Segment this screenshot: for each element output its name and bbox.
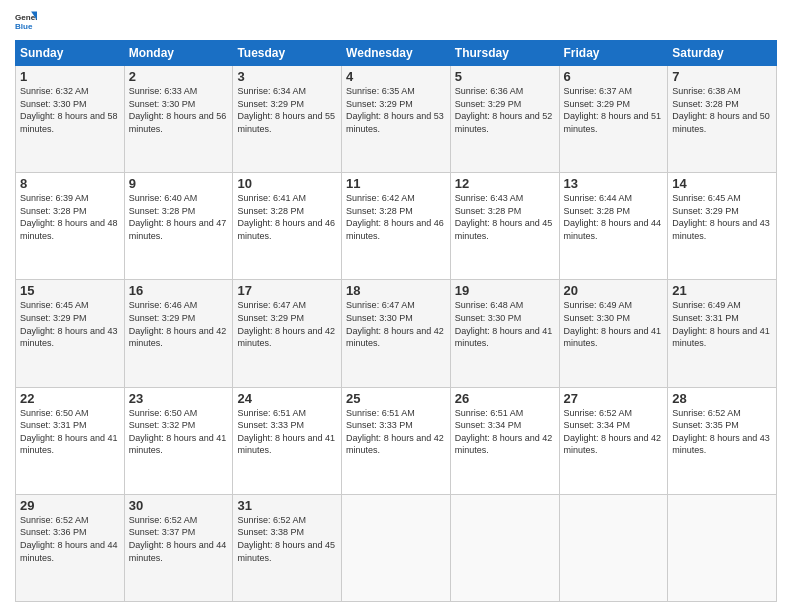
day-number: 26 — [455, 391, 555, 406]
calendar-cell: 14Sunrise: 6:45 AMSunset: 3:29 PMDayligh… — [668, 173, 777, 280]
day-info: Sunrise: 6:45 AMSunset: 3:29 PMDaylight:… — [20, 300, 118, 348]
calendar-cell: 16Sunrise: 6:46 AMSunset: 3:29 PMDayligh… — [124, 280, 233, 387]
day-number: 2 — [129, 69, 229, 84]
day-info: Sunrise: 6:52 AMSunset: 3:38 PMDaylight:… — [237, 515, 335, 563]
day-number: 3 — [237, 69, 337, 84]
day-info: Sunrise: 6:32 AMSunset: 3:30 PMDaylight:… — [20, 86, 118, 134]
calendar-cell: 29Sunrise: 6:52 AMSunset: 3:36 PMDayligh… — [16, 494, 125, 601]
day-info: Sunrise: 6:52 AMSunset: 3:37 PMDaylight:… — [129, 515, 227, 563]
calendar-cell: 1Sunrise: 6:32 AMSunset: 3:30 PMDaylight… — [16, 66, 125, 173]
calendar-body: 1Sunrise: 6:32 AMSunset: 3:30 PMDaylight… — [16, 66, 777, 602]
calendar-cell: 25Sunrise: 6:51 AMSunset: 3:33 PMDayligh… — [342, 387, 451, 494]
day-number: 27 — [564, 391, 664, 406]
column-header-thursday: Thursday — [450, 41, 559, 66]
day-number: 16 — [129, 283, 229, 298]
day-number: 15 — [20, 283, 120, 298]
calendar-week-3: 15Sunrise: 6:45 AMSunset: 3:29 PMDayligh… — [16, 280, 777, 387]
day-info: Sunrise: 6:50 AMSunset: 3:32 PMDaylight:… — [129, 408, 227, 456]
calendar-cell: 31Sunrise: 6:52 AMSunset: 3:38 PMDayligh… — [233, 494, 342, 601]
day-info: Sunrise: 6:40 AMSunset: 3:28 PMDaylight:… — [129, 193, 227, 241]
calendar-cell: 27Sunrise: 6:52 AMSunset: 3:34 PMDayligh… — [559, 387, 668, 494]
day-info: Sunrise: 6:50 AMSunset: 3:31 PMDaylight:… — [20, 408, 118, 456]
day-number: 6 — [564, 69, 664, 84]
logo: General Blue — [15, 10, 37, 32]
day-info: Sunrise: 6:45 AMSunset: 3:29 PMDaylight:… — [672, 193, 770, 241]
column-header-friday: Friday — [559, 41, 668, 66]
day-number: 25 — [346, 391, 446, 406]
calendar-cell: 26Sunrise: 6:51 AMSunset: 3:34 PMDayligh… — [450, 387, 559, 494]
day-info: Sunrise: 6:43 AMSunset: 3:28 PMDaylight:… — [455, 193, 553, 241]
day-number: 13 — [564, 176, 664, 191]
day-info: Sunrise: 6:48 AMSunset: 3:30 PMDaylight:… — [455, 300, 553, 348]
day-info: Sunrise: 6:39 AMSunset: 3:28 PMDaylight:… — [20, 193, 118, 241]
calendar-cell: 15Sunrise: 6:45 AMSunset: 3:29 PMDayligh… — [16, 280, 125, 387]
calendar-table: SundayMondayTuesdayWednesdayThursdayFrid… — [15, 40, 777, 602]
calendar-header-row: SundayMondayTuesdayWednesdayThursdayFrid… — [16, 41, 777, 66]
calendar-cell — [450, 494, 559, 601]
day-number: 24 — [237, 391, 337, 406]
calendar-cell: 18Sunrise: 6:47 AMSunset: 3:30 PMDayligh… — [342, 280, 451, 387]
calendar-week-1: 1Sunrise: 6:32 AMSunset: 3:30 PMDaylight… — [16, 66, 777, 173]
day-number: 4 — [346, 69, 446, 84]
calendar-cell: 28Sunrise: 6:52 AMSunset: 3:35 PMDayligh… — [668, 387, 777, 494]
day-info: Sunrise: 6:51 AMSunset: 3:34 PMDaylight:… — [455, 408, 553, 456]
day-number: 31 — [237, 498, 337, 513]
calendar-cell: 5Sunrise: 6:36 AMSunset: 3:29 PMDaylight… — [450, 66, 559, 173]
calendar-cell — [668, 494, 777, 601]
day-number: 11 — [346, 176, 446, 191]
day-number: 21 — [672, 283, 772, 298]
day-number: 20 — [564, 283, 664, 298]
day-number: 8 — [20, 176, 120, 191]
day-number: 10 — [237, 176, 337, 191]
calendar-cell: 13Sunrise: 6:44 AMSunset: 3:28 PMDayligh… — [559, 173, 668, 280]
day-info: Sunrise: 6:49 AMSunset: 3:30 PMDaylight:… — [564, 300, 662, 348]
day-number: 1 — [20, 69, 120, 84]
calendar-cell: 11Sunrise: 6:42 AMSunset: 3:28 PMDayligh… — [342, 173, 451, 280]
column-header-sunday: Sunday — [16, 41, 125, 66]
calendar-cell — [559, 494, 668, 601]
day-info: Sunrise: 6:33 AMSunset: 3:30 PMDaylight:… — [129, 86, 227, 134]
calendar-cell: 3Sunrise: 6:34 AMSunset: 3:29 PMDaylight… — [233, 66, 342, 173]
day-number: 23 — [129, 391, 229, 406]
column-header-saturday: Saturday — [668, 41, 777, 66]
calendar-cell: 9Sunrise: 6:40 AMSunset: 3:28 PMDaylight… — [124, 173, 233, 280]
day-info: Sunrise: 6:52 AMSunset: 3:35 PMDaylight:… — [672, 408, 770, 456]
calendar-week-4: 22Sunrise: 6:50 AMSunset: 3:31 PMDayligh… — [16, 387, 777, 494]
day-number: 7 — [672, 69, 772, 84]
calendar-cell: 17Sunrise: 6:47 AMSunset: 3:29 PMDayligh… — [233, 280, 342, 387]
day-info: Sunrise: 6:47 AMSunset: 3:30 PMDaylight:… — [346, 300, 444, 348]
day-info: Sunrise: 6:44 AMSunset: 3:28 PMDaylight:… — [564, 193, 662, 241]
calendar-cell: 20Sunrise: 6:49 AMSunset: 3:30 PMDayligh… — [559, 280, 668, 387]
calendar-cell: 19Sunrise: 6:48 AMSunset: 3:30 PMDayligh… — [450, 280, 559, 387]
page-header: General Blue — [15, 10, 777, 32]
calendar-cell: 6Sunrise: 6:37 AMSunset: 3:29 PMDaylight… — [559, 66, 668, 173]
day-number: 9 — [129, 176, 229, 191]
day-number: 29 — [20, 498, 120, 513]
calendar-cell: 21Sunrise: 6:49 AMSunset: 3:31 PMDayligh… — [668, 280, 777, 387]
calendar-cell: 7Sunrise: 6:38 AMSunset: 3:28 PMDaylight… — [668, 66, 777, 173]
day-info: Sunrise: 6:38 AMSunset: 3:28 PMDaylight:… — [672, 86, 770, 134]
calendar-cell: 24Sunrise: 6:51 AMSunset: 3:33 PMDayligh… — [233, 387, 342, 494]
column-header-wednesday: Wednesday — [342, 41, 451, 66]
calendar-cell: 12Sunrise: 6:43 AMSunset: 3:28 PMDayligh… — [450, 173, 559, 280]
calendar-cell: 10Sunrise: 6:41 AMSunset: 3:28 PMDayligh… — [233, 173, 342, 280]
calendar-week-5: 29Sunrise: 6:52 AMSunset: 3:36 PMDayligh… — [16, 494, 777, 601]
svg-text:Blue: Blue — [15, 22, 33, 31]
day-info: Sunrise: 6:41 AMSunset: 3:28 PMDaylight:… — [237, 193, 335, 241]
day-number: 18 — [346, 283, 446, 298]
day-number: 17 — [237, 283, 337, 298]
calendar-cell — [342, 494, 451, 601]
calendar-cell: 22Sunrise: 6:50 AMSunset: 3:31 PMDayligh… — [16, 387, 125, 494]
day-info: Sunrise: 6:52 AMSunset: 3:36 PMDaylight:… — [20, 515, 118, 563]
calendar-week-2: 8Sunrise: 6:39 AMSunset: 3:28 PMDaylight… — [16, 173, 777, 280]
column-header-tuesday: Tuesday — [233, 41, 342, 66]
day-number: 12 — [455, 176, 555, 191]
day-info: Sunrise: 6:51 AMSunset: 3:33 PMDaylight:… — [346, 408, 444, 456]
day-number: 19 — [455, 283, 555, 298]
day-info: Sunrise: 6:37 AMSunset: 3:29 PMDaylight:… — [564, 86, 662, 134]
calendar-cell: 4Sunrise: 6:35 AMSunset: 3:29 PMDaylight… — [342, 66, 451, 173]
day-number: 22 — [20, 391, 120, 406]
calendar-cell: 8Sunrise: 6:39 AMSunset: 3:28 PMDaylight… — [16, 173, 125, 280]
day-info: Sunrise: 6:51 AMSunset: 3:33 PMDaylight:… — [237, 408, 335, 456]
column-header-monday: Monday — [124, 41, 233, 66]
